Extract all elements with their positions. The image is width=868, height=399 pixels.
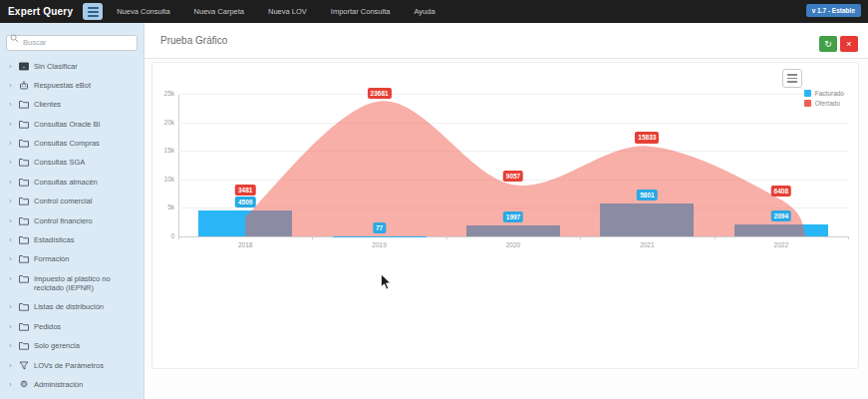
legend-label: Ofertado — [815, 100, 840, 107]
chevron-right-icon[interactable]: › — [9, 197, 14, 205]
sidebar-item-consultas-oracle-bi[interactable]: ›Consultas Oracle BI — [0, 115, 144, 134]
sidebar-item-listas-de-distribución[interactable]: ›Listas de distribución — [0, 297, 144, 316]
sidebar-item-control-financiero[interactable]: ›Control financiero — [0, 211, 144, 230]
chevron-right-icon[interactable]: › — [9, 139, 14, 148]
bar-facturado-2022[interactable] — [734, 224, 828, 236]
legend-item-ofertado[interactable]: Ofertado — [804, 100, 844, 107]
sidebar-item-label: Formación — [34, 254, 69, 263]
sidebar-item-label: Clientes — [34, 100, 61, 109]
folder-icon — [19, 139, 29, 148]
folder-icon — [19, 100, 29, 109]
folder-icon — [19, 216, 29, 225]
y-tick-label: 0 — [152, 232, 174, 239]
chevron-right-icon[interactable]: › — [9, 235, 14, 244]
version-badge[interactable]: v 1.7 - Estable — [806, 4, 861, 17]
sidebar-item-consultas-compras[interactable]: ›Consultas Compras — [0, 134, 144, 153]
page-title: Prueba Gráfico — [160, 35, 227, 46]
gridline — [178, 236, 848, 237]
x-tick-label: 2022 — [715, 241, 848, 248]
content-header: Prueba Gráfico ↻ × — [145, 23, 868, 58]
sidebar-item-consultas-sga[interactable]: ›Consultas SGA — [0, 153, 144, 172]
sidebar-item-clientes[interactable]: ›Clientes — [0, 95, 144, 114]
folder-icon — [19, 302, 29, 311]
sidebar-item-pedidos[interactable]: ›Pedidos — [0, 317, 144, 336]
chevron-right-icon[interactable]: › — [9, 158, 14, 167]
sidebar-item-label: Control financiero — [34, 216, 93, 225]
gear-icon: ⚙ — [19, 380, 29, 389]
search-input[interactable] — [6, 35, 138, 51]
chevron-right-icon[interactable]: › — [9, 178, 14, 187]
sidebar-item-sin-clasificar[interactable]: ›Sin Clasificar — [0, 57, 144, 76]
nav-item-nueva-carpeta[interactable]: Nueva Carpeta — [194, 7, 244, 16]
data-label-facturado: 5801 — [637, 190, 657, 200]
folder-icon — [19, 341, 29, 350]
chevron-right-icon[interactable]: › — [9, 81, 14, 90]
legend-swatch-icon — [804, 100, 811, 107]
y-axis-line — [178, 94, 179, 236]
folder-icon — [19, 322, 29, 331]
sidebar-item-estadísticas[interactable]: ›Estadísticas — [0, 230, 144, 249]
sidebar-item-lovs-de-parámetros[interactable]: ›LOVs de Parámetros — [0, 356, 144, 375]
sidebar-item-label: Control comercial — [34, 197, 92, 205]
folder-tree: ›Sin Clasificar›Respuestas eBot›Clientes… — [0, 57, 144, 395]
nav-item-importar-consulta[interactable]: Importar Consulta — [331, 7, 391, 16]
sidebar-item-label: Estadísticas — [34, 235, 74, 244]
header-actions: ↻ × — [819, 36, 858, 52]
sidebar-item-label: Solo gerencia — [34, 341, 80, 350]
chevron-right-icon[interactable]: › — [9, 341, 14, 350]
chart-menu-button[interactable] — [782, 69, 802, 88]
folder-icon — [19, 235, 29, 244]
data-label-facturado: 2094 — [771, 210, 791, 221]
y-tick-label: 15k — [152, 147, 174, 154]
y-tick-label: 20k — [152, 119, 174, 126]
chevron-right-icon[interactable]: › — [9, 120, 14, 129]
sidebar-item-label: Consultas almacén — [34, 178, 98, 187]
bar-facturado-2020[interactable] — [466, 225, 560, 236]
folder-icon — [19, 274, 29, 283]
bar-facturado-2018[interactable] — [198, 210, 292, 236]
sidebar-search — [6, 31, 138, 51]
folder-icon — [19, 178, 29, 187]
refresh-button[interactable]: ↻ — [819, 36, 837, 52]
hamburger-icon — [88, 7, 99, 9]
chevron-right-icon[interactable]: › — [9, 62, 14, 71]
close-button[interactable]: × — [840, 36, 858, 52]
navbar-menu: Nueva ConsultaNueva CarpetaNueva LOVImpo… — [117, 7, 434, 16]
sidebar-item-respuestas-ebot[interactable]: ›Respuestas eBot — [0, 76, 144, 95]
gridline — [178, 123, 848, 124]
folder-icon — [19, 197, 29, 205]
legend-item-facturado[interactable]: Facturado — [804, 90, 844, 97]
chevron-right-icon[interactable]: › — [9, 361, 14, 370]
chevron-right-icon[interactable]: › — [9, 254, 14, 263]
chart-menu-icon — [787, 74, 797, 76]
sidebar-item-impuesto-al-plástico-no-reciclado-iepnr-[interactable]: ›Impuesto al plástico no reciclado (IEPN… — [0, 269, 144, 298]
chevron-right-icon[interactable]: › — [9, 380, 14, 389]
bar-facturado-2021[interactable] — [600, 203, 694, 236]
x-tick-label: 2019 — [312, 241, 445, 248]
sidebar-item-control-comercial[interactable]: ›Control comercial — [0, 192, 144, 210]
nav-item-nueva-consulta[interactable]: Nueva Consulta — [117, 7, 169, 16]
sidebar-item-administración[interactable]: ›⚙Administración — [0, 375, 144, 394]
nav-item-nueva-lov[interactable]: Nueva LOV — [268, 7, 307, 16]
x-axis-tick — [312, 236, 313, 239]
x-axis-tick — [715, 236, 716, 239]
sidebar-item-label: Sin Clasificar — [34, 62, 78, 71]
chevron-right-icon[interactable]: › — [9, 302, 14, 311]
data-label-facturado: 1997 — [503, 210, 523, 221]
chevron-right-icon[interactable]: › — [9, 100, 14, 109]
sidebar-item-label: Pedidos — [34, 322, 61, 331]
y-tick-label: 25k — [152, 90, 174, 97]
chevron-right-icon[interactable]: › — [9, 322, 14, 331]
data-label-ofertado: 15833 — [635, 132, 659, 143]
sidebar-item-consultas-almacén[interactable]: ›Consultas almacén — [0, 173, 144, 192]
hamburger-menu-button[interactable] — [83, 3, 103, 20]
chevron-right-icon[interactable]: › — [9, 274, 14, 283]
chart-card: 05k10k15k20k25k2018201920202021202234814… — [151, 62, 859, 369]
chevron-right-icon[interactable]: › — [9, 216, 14, 225]
sidebar-item-formación[interactable]: ›Formación — [0, 249, 144, 268]
nav-item-ayuda[interactable]: Ayuda — [414, 7, 434, 16]
gridline — [178, 94, 848, 95]
sidebar-item-label: Impuesto al plástico no reciclado (IEPNR… — [34, 274, 140, 293]
x-axis-tick — [178, 236, 179, 239]
sidebar-item-solo-gerencia[interactable]: ›Solo gerencia — [0, 336, 144, 355]
